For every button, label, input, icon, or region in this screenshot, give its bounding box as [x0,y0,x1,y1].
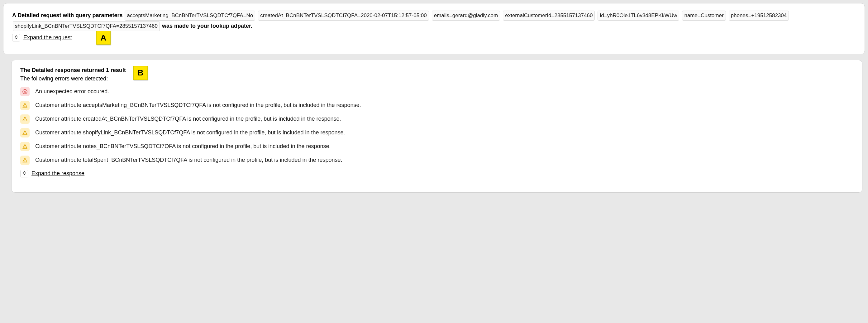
warning-row: Customer attribute shopifyLink_BCnBNTerT… [20,128,854,138]
alert-text: An unexpected error occured. [35,88,109,95]
expand-collapse-icon [23,170,26,177]
warning-row: Customer attribute acceptsMarketing_BCnB… [20,101,854,110]
alert-text: Customer attribute notes_BCnBNTerTVSLSQD… [35,143,331,150]
query-param-tag: createdAt_BCnBNTerTVSLSQDTCf7QFA=2020-02… [258,10,429,21]
alert-text: Customer attribute createdAt_BCnBNTerTVS… [35,116,341,122]
expand-response-row: Expand the response [20,170,854,177]
expand-collapse-button[interactable] [20,170,28,177]
query-param-tag: name=Customer [682,10,725,21]
request-outro: was made to your lookup adpater. [162,23,252,29]
alert-text: Customer attribute totalSpent_BCnBNTerTV… [35,157,342,164]
expand-collapse-button[interactable] [12,34,20,41]
expand-request-link[interactable]: Expand the request [23,34,72,41]
warning-icon [20,114,30,124]
warning-row: Customer attribute totalSpent_BCnBNTerTV… [20,155,854,165]
svg-point-2 [25,120,25,120]
svg-point-5 [25,161,25,162]
alert-text: Customer attribute acceptsMarketing_BCnB… [35,102,361,109]
warning-icon [20,101,30,110]
request-summary: A Detailed request with query parameters… [12,10,856,31]
svg-point-1 [25,106,25,107]
svg-point-3 [25,134,25,134]
warning-row: Customer attribute notes_BCnBNTerTVSLSQD… [20,142,854,151]
annotation-a-badge: A [96,31,111,45]
query-param-tag: acceptsMarketing_BCnBNTerTVSLSQDTCf7QFA=… [125,10,255,21]
warning-row: Customer attribute createdAt_BCnBNTerTVS… [20,114,854,124]
warning-icon [20,142,30,151]
alert-text: Customer attribute shopifyLink_BCnBNTerT… [35,129,345,136]
query-param-tag: emails=gerard@gladly.com [432,10,500,21]
error-row: An unexpected error occured. [20,87,854,96]
query-param-tag: id=yhR0Ole1TL6v3d8EPKkWUw [597,10,679,21]
annotation-b-badge: B [133,66,148,80]
query-params: acceptsMarketing_BCnBNTerTVSLSQDTCf7QFA=… [12,12,789,29]
svg-point-4 [25,147,25,148]
query-param-tag: externalCustomerId=2855157137460 [503,10,595,21]
request-card: A Detailed request with query parameters… [3,3,865,54]
request-intro: A Detailed request with query parameters [12,12,122,19]
warning-icon [20,155,30,165]
alert-list: An unexpected error occured.Customer att… [20,87,854,165]
query-param-tag: shopifyLink_BCnBNTerTVSLSQDTCf7QFA=28551… [13,21,160,31]
expand-request-row: Expand the request [12,34,856,41]
expand-collapse-icon [14,34,18,41]
warning-icon [20,128,30,138]
error-icon [20,87,30,96]
expand-response-link[interactable]: Expand the response [31,170,85,177]
response-card: The Detailed response returned 1 result … [11,60,862,193]
query-param-tag: phones=+19512582304 [729,10,789,21]
